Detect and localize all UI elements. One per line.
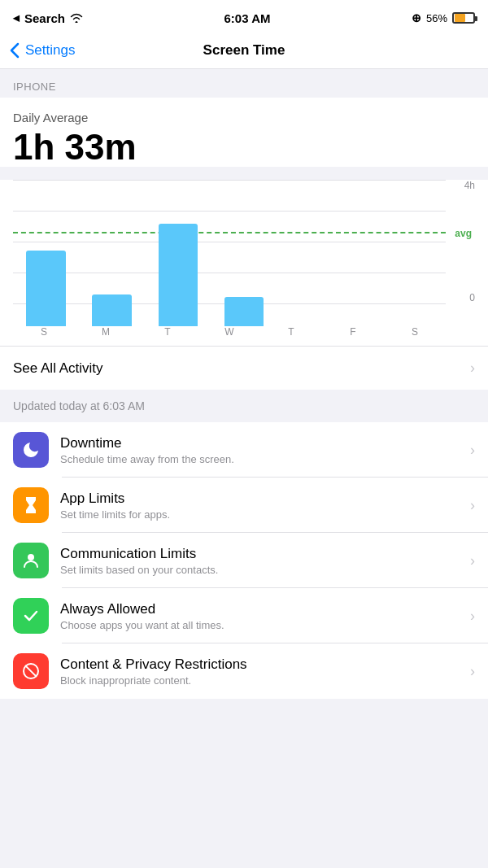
content-privacy-item[interactable]: Content & Privacy Restrictions Block ina… xyxy=(0,643,488,699)
svg-point-0 xyxy=(28,554,34,560)
see-all-chevron-icon: › xyxy=(470,360,475,377)
app-limits-title: App Limits xyxy=(60,491,464,507)
content-privacy-icon xyxy=(13,653,49,689)
bar-col-s1 xyxy=(13,180,79,326)
bar-col-f xyxy=(343,180,409,326)
bar-w xyxy=(224,297,264,326)
app-limits-icon xyxy=(13,487,49,523)
downtime-text: Downtime Schedule time away from the scr… xyxy=(60,435,464,465)
always-allowed-icon xyxy=(13,598,49,634)
app-limits-text: App Limits Set time limits for apps. xyxy=(60,491,464,521)
iphone-section-header: IPHONE xyxy=(0,69,488,98)
bar-t1 xyxy=(159,224,198,326)
downtime-item[interactable]: Downtime Schedule time away from the scr… xyxy=(0,422,488,478)
daily-average-label: Daily Average xyxy=(13,111,475,124)
screen-time-icon: ⊕ xyxy=(412,11,421,24)
always-allowed-title: Always Allowed xyxy=(60,601,464,617)
app-limits-chevron-icon: › xyxy=(470,497,475,514)
bar-col-w xyxy=(211,180,277,326)
bar-s1 xyxy=(26,251,66,327)
x-label-m: M xyxy=(75,326,137,338)
downtime-icon xyxy=(13,432,49,468)
downtime-chevron-icon: › xyxy=(470,442,475,459)
content-privacy-chevron-icon: › xyxy=(470,663,475,680)
content-privacy-text: Content & Privacy Restrictions Block ina… xyxy=(60,656,464,687)
nav-bar: Settings Screen Time xyxy=(0,36,488,69)
updated-text: Updated today at 6:03 AM xyxy=(13,399,145,412)
x-label-s2: S xyxy=(384,326,446,338)
usage-chart: avg 4h 0 xyxy=(0,180,488,346)
downtime-title: Downtime xyxy=(60,435,464,451)
battery-percent: 56% xyxy=(426,12,447,24)
bar-col-m xyxy=(79,180,145,326)
communication-limits-title: Communication Limits xyxy=(60,546,464,562)
x-label-f: F xyxy=(322,326,384,338)
settings-section: Downtime Schedule time away from the scr… xyxy=(0,422,488,699)
communication-limits-subtitle: Set limits based on your contacts. xyxy=(60,564,464,576)
always-allowed-item[interactable]: Always Allowed Choose apps you want at a… xyxy=(0,588,488,643)
back-label: Settings xyxy=(25,42,75,59)
app-limits-subtitle: Set time limits for apps. xyxy=(60,508,464,521)
status-right: ⊕ 56% xyxy=(412,11,475,24)
status-bar: ◂ Search 6:03 AM ⊕ 56% xyxy=(0,0,488,36)
see-all-label: See All Activity xyxy=(13,360,103,377)
bar-m xyxy=(92,294,132,327)
communication-limits-text: Communication Limits Set limits based on… xyxy=(60,546,464,576)
communication-limits-chevron-icon: › xyxy=(470,552,475,569)
communication-limits-item[interactable]: Communication Limits Set limits based on… xyxy=(0,533,488,588)
always-allowed-chevron-icon: › xyxy=(470,608,475,625)
content-privacy-subtitle: Block inappropriate content. xyxy=(60,674,464,687)
bar-col-s2 xyxy=(409,180,475,326)
x-label-w: W xyxy=(198,326,260,338)
daily-average-card: Daily Average 1h 33m xyxy=(0,98,488,167)
downtime-subtitle: Schedule time away from the screen. xyxy=(60,453,464,465)
chart-bars xyxy=(13,180,475,326)
x-label-s1: S xyxy=(13,326,75,338)
back-button[interactable]: Settings xyxy=(10,42,75,59)
status-time: 6:03 AM xyxy=(224,11,271,25)
daily-average-value: 1h 33m xyxy=(13,128,475,167)
always-allowed-text: Always Allowed Choose apps you want at a… xyxy=(60,601,464,631)
bar-col-t1 xyxy=(145,180,211,326)
x-label-t1: T xyxy=(137,326,198,338)
x-label-t2: T xyxy=(260,326,322,338)
back-arrow-icon: ◂ xyxy=(13,11,20,25)
battery-indicator xyxy=(452,12,475,24)
status-left: ◂ Search xyxy=(13,11,83,25)
wifi-icon xyxy=(70,11,83,25)
updated-row: Updated today at 6:03 AM xyxy=(0,390,488,422)
content-privacy-title: Content & Privacy Restrictions xyxy=(60,656,464,673)
communication-limits-icon xyxy=(13,543,49,578)
bar-col-t2 xyxy=(277,180,343,326)
always-allowed-subtitle: Choose apps you want at all times. xyxy=(60,619,464,631)
chart-x-labels: S M T W T F S xyxy=(13,326,475,346)
app-limits-item[interactable]: App Limits Set time limits for apps. › xyxy=(0,478,488,533)
page-title: Screen Time xyxy=(203,42,285,59)
see-all-activity-row[interactable]: See All Activity › xyxy=(0,347,488,390)
carrier-label: Search xyxy=(24,11,65,25)
